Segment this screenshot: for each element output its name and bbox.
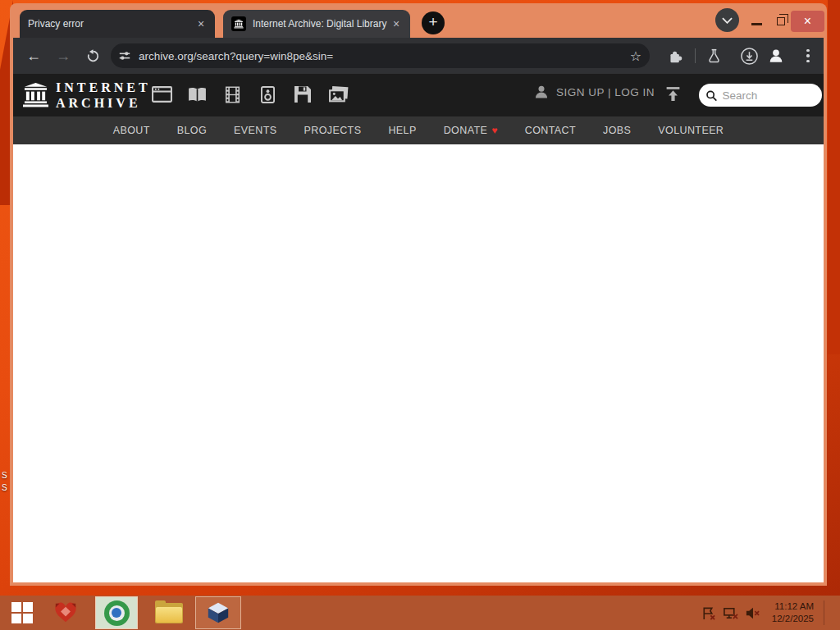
signup-login-label[interactable]: SIGN UP | LOG IN <box>556 86 655 98</box>
system-tray: 11:12 AM 12/2/2025 <box>701 596 840 630</box>
windows-logo-icon <box>11 602 33 623</box>
wordmark-line2: ARCHIVE <box>56 95 151 111</box>
archive-favicon-icon <box>231 16 246 31</box>
close-tab-icon[interactable]: × <box>194 16 208 31</box>
avatar-icon <box>767 47 785 65</box>
new-tab-button[interactable]: + <box>422 11 445 34</box>
images-media-icon[interactable] <box>327 84 349 105</box>
texts-media-icon[interactable] <box>186 84 208 105</box>
browser-toolbar: ← → archive.org/search?query=win8pe&sin=… <box>13 38 824 74</box>
taskbar-app-file-explorer[interactable] <box>149 596 189 629</box>
site-settings-icon[interactable] <box>118 49 131 62</box>
web-media-icon[interactable] <box>151 84 172 105</box>
tab-title: Internet Archive: Digital Library <box>253 18 389 30</box>
menu-button[interactable] <box>797 44 819 67</box>
profile-button[interactable] <box>765 44 788 67</box>
volume-muted-icon[interactable] <box>745 605 760 621</box>
reload-icon <box>86 49 100 63</box>
start-button[interactable] <box>3 596 41 629</box>
show-desktop-button[interactable] <box>831 596 835 630</box>
nav-item-about[interactable]: ABOUT <box>113 125 150 136</box>
url-text[interactable]: archive.org/search?query=win8pe&sin= <box>139 50 630 62</box>
tray-divider <box>824 600 824 625</box>
search-input[interactable] <box>722 89 815 102</box>
nav-item-contact[interactable]: CONTACT <box>525 125 576 136</box>
internet-archive-logo-icon[interactable] <box>22 82 49 111</box>
media-type-bar <box>151 84 349 105</box>
browser-window: Privacy error × Internet Archive: Digita… <box>10 3 827 586</box>
extensions-button[interactable] <box>664 44 687 67</box>
nav-item-blog[interactable]: BLOG <box>177 125 207 136</box>
heart-icon: ♥ <box>491 125 498 136</box>
site-search-box[interactable] <box>699 84 822 107</box>
network-disconnected-icon[interactable] <box>723 605 738 621</box>
reload-button[interactable] <box>81 44 104 67</box>
maximize-restore-button[interactable] <box>777 17 785 25</box>
downloads-button[interactable] <box>737 44 760 67</box>
tab-internet-archive[interactable]: Internet Archive: Digital Library × <box>223 10 410 38</box>
taskbar-app-localsend[interactable] <box>48 596 84 629</box>
address-bar[interactable]: archive.org/search?query=win8pe&sin= ☆ <box>111 43 650 68</box>
close-tab-icon[interactable]: × <box>389 16 404 31</box>
upload-icon <box>664 85 682 103</box>
puzzle-icon <box>668 48 683 64</box>
software-media-icon[interactable] <box>292 84 313 105</box>
clock-date: 12/2/2025 <box>772 613 814 625</box>
internet-archive-nav: ABOUT BLOG EVENTS PROJECTS HELP DONATE ♥… <box>13 116 824 144</box>
download-icon <box>740 47 759 66</box>
nav-item-donate[interactable]: DONATE ♥ <box>444 125 498 136</box>
page-content-blank <box>13 144 824 582</box>
red-app-icon <box>52 600 79 625</box>
tab-search-button[interactable] <box>715 8 739 32</box>
nav-item-volunteer[interactable]: VOLUNTEER <box>658 125 724 136</box>
wallpaper-shape <box>828 0 840 354</box>
tab-privacy-error[interactable]: Privacy error × <box>20 10 215 38</box>
nav-item-help[interactable]: HELP <box>388 125 416 136</box>
taskbar-clock[interactable]: 11:12 AM 12/2/2025 <box>772 600 814 625</box>
upload-button[interactable] <box>664 85 682 106</box>
clock-time: 11:12 AM <box>772 600 814 613</box>
desktop-icon-label-fragment: S <box>2 483 7 492</box>
chevron-down-icon <box>722 17 733 24</box>
tab-title: Privacy error <box>28 18 194 30</box>
flag-alert-icon[interactable] <box>701 605 716 621</box>
nav-item-projects[interactable]: PROJECTS <box>304 125 362 136</box>
nav-item-jobs[interactable]: JOBS <box>603 125 631 136</box>
auth-links[interactable]: SIGN UP | LOG IN <box>533 84 655 100</box>
browser-titlebar[interactable]: Privacy error × Internet Archive: Digita… <box>13 3 824 38</box>
taskbar-app-chrome-active[interactable] <box>95 596 138 629</box>
taskbar: 11:12 AM 12/2/2025 <box>0 596 840 630</box>
forward-button: → <box>52 44 75 67</box>
taskbar-app-virtualbox[interactable] <box>195 596 241 629</box>
video-media-icon[interactable] <box>221 84 243 105</box>
nav-item-donate-label: DONATE <box>444 125 488 136</box>
back-button[interactable]: ← <box>22 44 45 67</box>
virtualbox-cube-icon <box>206 600 231 625</box>
window-close-button[interactable]: × <box>791 11 824 32</box>
folder-icon <box>155 603 183 623</box>
internet-archive-wordmark[interactable]: INTERNET ARCHIVE <box>56 80 151 111</box>
search-icon <box>705 89 717 103</box>
desktop-icon-label-fragment: S <box>2 471 7 480</box>
wordmark-line1: INTERNET <box>56 80 151 95</box>
chrome-icon <box>104 600 130 626</box>
labs-button[interactable] <box>702 44 725 67</box>
minimize-button[interactable] <box>751 23 762 25</box>
person-icon <box>533 84 550 100</box>
toolbar-separator <box>695 48 696 63</box>
bookmark-star-icon[interactable]: ☆ <box>630 48 641 64</box>
three-dot-menu-icon <box>806 49 810 63</box>
internet-archive-header: INTERNET ARCHIVE <box>13 74 824 116</box>
nav-item-events[interactable]: EVENTS <box>234 125 276 136</box>
web-page: INTERNET ARCHIVE <box>13 74 824 582</box>
flask-icon <box>707 48 721 63</box>
audio-media-icon[interactable] <box>257 84 278 105</box>
